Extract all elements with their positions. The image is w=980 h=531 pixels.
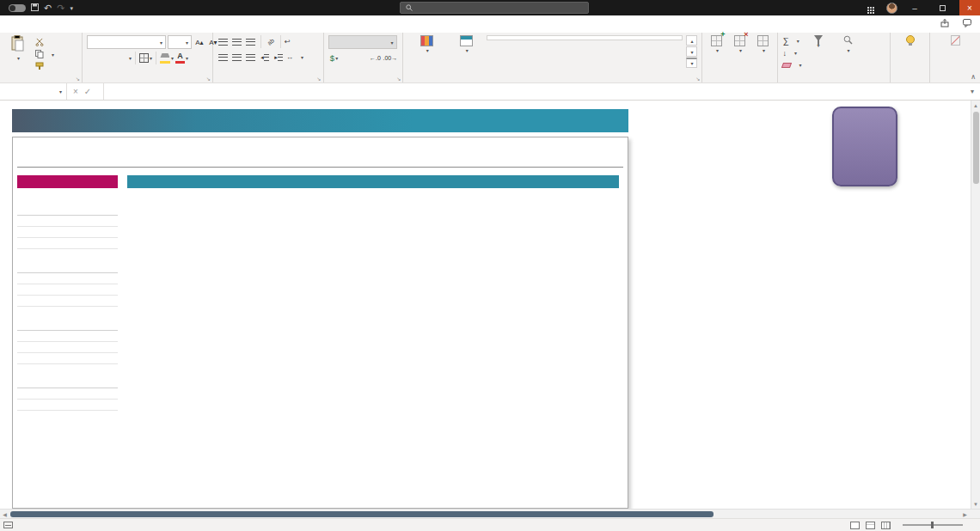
normal-view-button[interactable]	[850, 522, 860, 529]
underline-dropdown-icon[interactable]: ▾	[129, 55, 132, 61]
comma-style-button[interactable]	[356, 52, 368, 64]
accounting-format-button[interactable]: $▾	[328, 52, 340, 64]
sort-filter-button[interactable]: ▾	[805, 35, 831, 49]
summary-cell[interactable]	[17, 342, 118, 353]
page-break-view-button[interactable]	[881, 522, 891, 529]
formula-bar-expand-icon[interactable]: ▾	[965, 83, 980, 100]
zoom-slider[interactable]	[903, 524, 963, 526]
dashboard-button[interactable]	[832, 107, 897, 186]
decrease-indent-button[interactable]: ◂	[259, 51, 271, 64]
percent-style-button[interactable]	[342, 52, 354, 64]
find-select-dropdown-icon: ▾	[847, 48, 849, 54]
undo-button[interactable]: ↶	[44, 3, 52, 13]
apps-grid-icon[interactable]	[867, 7, 869, 9]
fill-button[interactable]: ↓▾	[782, 47, 801, 58]
zoom-slider-thumb[interactable]	[931, 522, 934, 528]
summary-cell[interactable]	[17, 273, 118, 284]
increase-indent-button[interactable]: ▸	[273, 51, 285, 64]
page-layout-view-button[interactable]	[866, 522, 875, 529]
search-box[interactable]	[400, 2, 589, 14]
ribbon-group-editing: ∑▾ ↓▾ ▾ ▾ ▾	[778, 33, 891, 82]
align-left-button[interactable]	[217, 51, 230, 64]
summary-cell[interactable]	[17, 353, 118, 364]
comments-button[interactable]	[963, 19, 975, 29]
summary-cell[interactable]	[17, 331, 118, 342]
borders-button[interactable]: ▾	[139, 52, 152, 64]
summary-cell[interactable]	[17, 400, 118, 411]
middle-align-button[interactable]	[231, 35, 243, 48]
font-color-button[interactable]: A▾	[175, 52, 188, 64]
minimize-button[interactable]: –	[904, 0, 925, 15]
format-as-table-button[interactable]: ▾	[450, 35, 484, 54]
summary-cell[interactable]	[17, 388, 118, 400]
conditional-formatting-button[interactable]: ▾	[407, 35, 445, 54]
alignment-dialog-launcher-icon[interactable]: ↘	[316, 76, 321, 82]
font-size-dropdown-icon: ▾	[186, 40, 188, 46]
align-center-button[interactable]	[231, 51, 243, 64]
avatar[interactable]	[886, 3, 897, 14]
copy-button[interactable]: ▾	[35, 49, 54, 60]
delete-cells-button[interactable]: ▾	[730, 35, 750, 54]
font-size-select[interactable]: ▾	[168, 35, 192, 49]
merge-center-button[interactable]: ↔▾	[286, 52, 303, 63]
summary-cell[interactable]	[17, 284, 118, 296]
increase-font-size-button[interactable]: A▴	[193, 36, 205, 49]
summary-cell[interactable]	[17, 238, 118, 249]
styles-dialog-launcher-icon[interactable]: ↘	[695, 76, 700, 82]
scroll-up-icon[interactable]: ▲	[971, 101, 980, 110]
gallery-expand-icon[interactable]: ▾	[686, 58, 697, 68]
underline-button[interactable]	[114, 52, 126, 64]
decrease-decimal-button[interactable]: .00→	[383, 52, 398, 64]
format-painter-button[interactable]	[35, 61, 54, 72]
scroll-down-icon[interactable]: ▼	[971, 499, 980, 509]
clipboard-dialog-launcher-icon[interactable]: ↘	[76, 76, 80, 82]
macro-record-icon[interactable]	[3, 522, 13, 528]
align-right-button[interactable]	[245, 51, 257, 64]
collapse-ribbon-icon[interactable]: ∧	[971, 73, 976, 81]
number-format-select[interactable]: ▾	[328, 35, 397, 49]
wrap-text-button[interactable]: ↩	[285, 36, 294, 47]
ideas-button[interactable]	[895, 35, 925, 46]
close-button[interactable]: ×	[959, 0, 980, 15]
summary-cell[interactable]	[17, 216, 118, 227]
restore-button[interactable]	[932, 0, 952, 15]
autosave-toggle[interactable]	[6, 4, 26, 12]
clear-button[interactable]: ▾	[782, 59, 801, 70]
horizontal-scrollbar[interactable]: ◀ ▶	[0, 509, 980, 518]
increase-decimal-button[interactable]: ←.0	[370, 52, 382, 64]
autosum-button[interactable]: ∑▾	[782, 35, 801, 46]
scroll-right-icon[interactable]: ▶	[960, 510, 970, 518]
save-icon[interactable]	[31, 3, 39, 13]
horizontal-scroll-thumb[interactable]	[10, 511, 714, 517]
customize-toolbar-chevron-icon[interactable]: ▾	[70, 5, 73, 11]
orientation-button[interactable]: ab	[262, 33, 279, 50]
top-align-button[interactable]	[217, 35, 230, 48]
vertical-scrollbar[interactable]: ▲ ▼	[971, 101, 980, 509]
cut-button[interactable]	[35, 37, 54, 48]
vertical-scroll-thumb[interactable]	[973, 112, 979, 184]
bottom-align-button[interactable]	[245, 35, 257, 48]
cancel-icon[interactable]: ×	[73, 87, 78, 96]
format-cells-button[interactable]: ▾	[753, 35, 773, 54]
share-button[interactable]	[940, 19, 952, 29]
name-box[interactable]: ▾	[0, 83, 67, 100]
number-dialog-launcher-icon[interactable]: ↘	[396, 76, 401, 82]
font-name-select[interactable]: ▾	[87, 35, 166, 49]
bold-button[interactable]	[87, 52, 99, 64]
accounting-dropdown-icon: ▾	[335, 55, 338, 61]
find-select-button[interactable]: ▾	[835, 35, 862, 54]
gallery-up-icon[interactable]: ▴	[686, 35, 697, 46]
gallery-down-icon[interactable]: ▾	[686, 46, 697, 57]
scroll-left-icon[interactable]: ◀	[0, 510, 9, 518]
summary-cell[interactable]	[17, 227, 118, 238]
fill-color-button[interactable]: ▾	[160, 52, 174, 64]
insert-cells-button[interactable]: ▾	[707, 35, 726, 54]
summary-cell[interactable]	[17, 296, 118, 307]
fill-icon: ↓	[782, 49, 787, 58]
formula-input[interactable]	[104, 83, 965, 100]
font-dialog-launcher-icon[interactable]: ↘	[206, 76, 211, 82]
italic-button[interactable]	[101, 52, 113, 64]
enter-icon[interactable]: ✓	[84, 87, 91, 96]
redo-button[interactable]: ↷	[57, 3, 64, 13]
paste-button[interactable]: ▾	[4, 35, 32, 62]
